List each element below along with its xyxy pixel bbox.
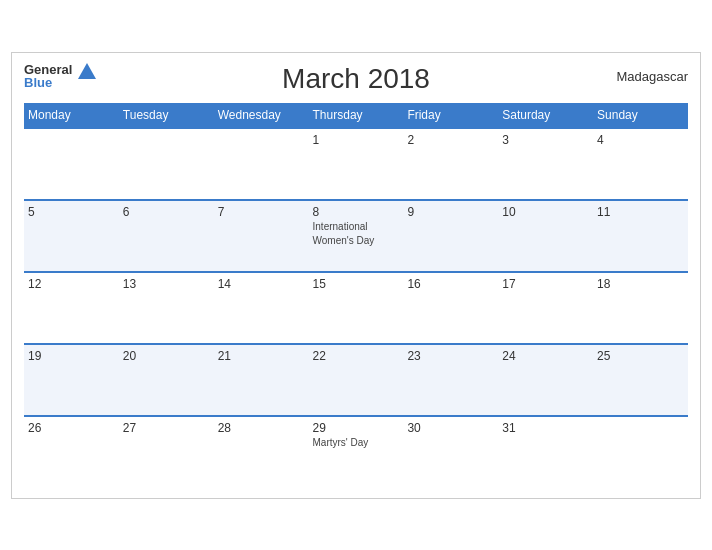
event-label: International Women's Day xyxy=(313,221,375,246)
day-number: 25 xyxy=(597,349,684,363)
day-cell: 17 xyxy=(498,272,593,344)
day-cell: 27 xyxy=(119,416,214,488)
day-cell: 9 xyxy=(403,200,498,272)
logo: General Blue xyxy=(24,63,72,89)
week-row-1: 5678International Women's Day91011 xyxy=(24,200,688,272)
day-cell: 30 xyxy=(403,416,498,488)
day-number: 30 xyxy=(407,421,494,435)
day-number: 26 xyxy=(28,421,115,435)
weekday-header-thursday: Thursday xyxy=(309,103,404,128)
weekday-header-monday: Monday xyxy=(24,103,119,128)
day-number: 3 xyxy=(502,133,589,147)
day-number: 27 xyxy=(123,421,210,435)
day-cell: 18 xyxy=(593,272,688,344)
day-cell: 11 xyxy=(593,200,688,272)
day-number: 21 xyxy=(218,349,305,363)
day-cell: 19 xyxy=(24,344,119,416)
calendar-title: March 2018 xyxy=(282,63,430,95)
day-number: 31 xyxy=(502,421,589,435)
day-number: 4 xyxy=(597,133,684,147)
weekday-header-row: MondayTuesdayWednesdayThursdayFridaySatu… xyxy=(24,103,688,128)
event-label: Martyrs' Day xyxy=(313,437,369,448)
day-number: 24 xyxy=(502,349,589,363)
day-cell: 2 xyxy=(403,128,498,200)
calendar-grid: MondayTuesdayWednesdayThursdayFridaySatu… xyxy=(24,103,688,488)
day-cell: 24 xyxy=(498,344,593,416)
day-cell: 7 xyxy=(214,200,309,272)
week-row-4: 26272829Martyrs' Day3031 xyxy=(24,416,688,488)
day-number: 19 xyxy=(28,349,115,363)
day-cell xyxy=(214,128,309,200)
logo-general-text: General xyxy=(24,63,72,76)
day-number: 28 xyxy=(218,421,305,435)
day-number: 17 xyxy=(502,277,589,291)
day-cell: 1 xyxy=(309,128,404,200)
day-cell: 16 xyxy=(403,272,498,344)
day-cell: 23 xyxy=(403,344,498,416)
weekday-header-friday: Friday xyxy=(403,103,498,128)
day-number: 6 xyxy=(123,205,210,219)
day-cell: 13 xyxy=(119,272,214,344)
day-number: 1 xyxy=(313,133,400,147)
day-cell: 4 xyxy=(593,128,688,200)
week-row-3: 19202122232425 xyxy=(24,344,688,416)
day-cell: 14 xyxy=(214,272,309,344)
calendar-container: General Blue March 2018 Madagascar Monda… xyxy=(11,52,701,499)
day-cell: 3 xyxy=(498,128,593,200)
day-number: 7 xyxy=(218,205,305,219)
day-number: 8 xyxy=(313,205,400,219)
country-label: Madagascar xyxy=(616,69,688,84)
day-cell xyxy=(593,416,688,488)
day-number: 14 xyxy=(218,277,305,291)
weekday-header-tuesday: Tuesday xyxy=(119,103,214,128)
day-number: 12 xyxy=(28,277,115,291)
svg-marker-0 xyxy=(78,63,96,79)
day-cell: 10 xyxy=(498,200,593,272)
day-number: 5 xyxy=(28,205,115,219)
day-number: 22 xyxy=(313,349,400,363)
day-cell: 31 xyxy=(498,416,593,488)
day-cell: 5 xyxy=(24,200,119,272)
day-cell: 21 xyxy=(214,344,309,416)
day-number: 13 xyxy=(123,277,210,291)
day-cell: 28 xyxy=(214,416,309,488)
day-cell: 6 xyxy=(119,200,214,272)
day-number: 2 xyxy=(407,133,494,147)
calendar-header: General Blue March 2018 Madagascar xyxy=(24,63,688,95)
weekday-header-saturday: Saturday xyxy=(498,103,593,128)
day-number: 11 xyxy=(597,205,684,219)
day-number: 9 xyxy=(407,205,494,219)
day-cell xyxy=(24,128,119,200)
week-row-0: 1234 xyxy=(24,128,688,200)
day-cell: 26 xyxy=(24,416,119,488)
day-cell: 20 xyxy=(119,344,214,416)
week-row-2: 12131415161718 xyxy=(24,272,688,344)
day-cell: 12 xyxy=(24,272,119,344)
day-cell: 29Martyrs' Day xyxy=(309,416,404,488)
day-cell: 25 xyxy=(593,344,688,416)
logo-icon xyxy=(78,63,96,79)
weekday-header-wednesday: Wednesday xyxy=(214,103,309,128)
day-cell: 15 xyxy=(309,272,404,344)
weekday-header-sunday: Sunday xyxy=(593,103,688,128)
day-number: 16 xyxy=(407,277,494,291)
day-number: 20 xyxy=(123,349,210,363)
day-number: 29 xyxy=(313,421,400,435)
day-cell: 8International Women's Day xyxy=(309,200,404,272)
day-cell: 22 xyxy=(309,344,404,416)
day-number: 18 xyxy=(597,277,684,291)
day-cell xyxy=(119,128,214,200)
day-number: 23 xyxy=(407,349,494,363)
day-number: 10 xyxy=(502,205,589,219)
logo-blue-text: Blue xyxy=(24,76,52,89)
day-number: 15 xyxy=(313,277,400,291)
